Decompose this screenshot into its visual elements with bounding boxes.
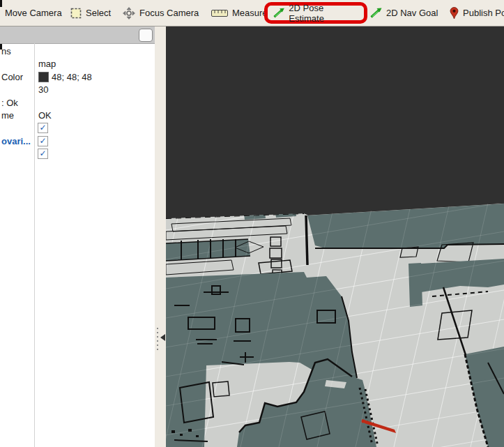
display-checkbox[interactable]: ✓: [38, 136, 48, 146]
map-pin-icon: [450, 7, 459, 20]
property-value[interactable]: 48; 48; 48: [38, 72, 92, 82]
property-label: ns: [1, 46, 11, 56]
panel-splitter[interactable]: [155, 26, 166, 447]
focus-camera-label: Focus Camera: [139, 8, 199, 18]
property-row[interactable]: Color 48; 48; 48: [0, 70, 155, 83]
color-value-text: 48; 48; 48: [52, 72, 92, 82]
property-row[interactable]: : Ok: [0, 96, 155, 109]
pose-estimate-highlight-box: 2D Pose Estimate: [264, 2, 367, 24]
select-icon: [70, 8, 82, 19]
render-viewport[interactable]: [166, 26, 504, 447]
move-camera-label: Move Camera: [5, 8, 62, 18]
property-label: Color: [1, 72, 23, 82]
nav-goal-tool[interactable]: 2D Nav Goal: [370, 0, 438, 26]
property-row[interactable]: ovari... ✓: [0, 135, 155, 147]
splitter-grip-dots: [157, 328, 158, 351]
property-value[interactable]: 30: [38, 84, 48, 95]
property-value[interactable]: map: [38, 59, 56, 69]
property-row[interactable]: map: [0, 57, 155, 70]
map-3d-view: [166, 26, 504, 447]
publish-point-label: Publish Poi: [463, 8, 504, 18]
property-row[interactable]: ✓: [0, 121, 155, 134]
move-camera-tool[interactable]: Move Camera: [5, 0, 62, 26]
panel-header: [0, 26, 155, 44]
measure-label: Measure: [232, 8, 268, 18]
display-checkbox[interactable]: ✓: [38, 123, 48, 133]
toolbar: Move Camera Select Focus Camera Measure: [0, 0, 504, 26]
measure-icon: [211, 9, 228, 17]
property-row[interactable]: 30: [0, 83, 155, 96]
nav-goal-label: 2D Nav Goal: [386, 8, 438, 18]
color-swatch: [38, 72, 49, 82]
property-row[interactable]: me OK: [0, 109, 155, 121]
display-checkbox[interactable]: ✓: [38, 149, 48, 159]
collapse-panel-arrow-icon[interactable]: [160, 334, 165, 341]
panel-header-button[interactable]: [139, 29, 153, 42]
focus-camera-tool[interactable]: Focus Camera: [123, 0, 199, 26]
property-row[interactable]: ns: [0, 45, 155, 57]
select-tool[interactable]: Select: [70, 0, 111, 26]
measure-tool[interactable]: Measure: [211, 0, 268, 26]
property-label: me: [1, 110, 14, 121]
rviz-window: { "toolbar": { "items": [ {"label": "Mov…: [0, 0, 504, 447]
clipped-content-artifact: [0, 0, 2, 7]
property-label: : Ok: [1, 98, 18, 108]
displays-panel: ns map Color 48; 48; 48 30 : Ok me OK ✓ …: [0, 26, 155, 447]
green-arrow-icon: [370, 8, 382, 18]
property-row[interactable]: ✓: [0, 147, 155, 160]
select-label: Select: [86, 8, 111, 18]
green-arrow-icon: [273, 8, 284, 18]
property-value[interactable]: OK: [38, 110, 52, 121]
selected-display-label[interactable]: ovari...: [1, 136, 31, 146]
pose-estimate-tool[interactable]: 2D Pose Estimate: [289, 3, 358, 24]
focus-camera-icon: [123, 7, 135, 20]
publish-point-tool[interactable]: Publish Poi: [450, 0, 504, 26]
